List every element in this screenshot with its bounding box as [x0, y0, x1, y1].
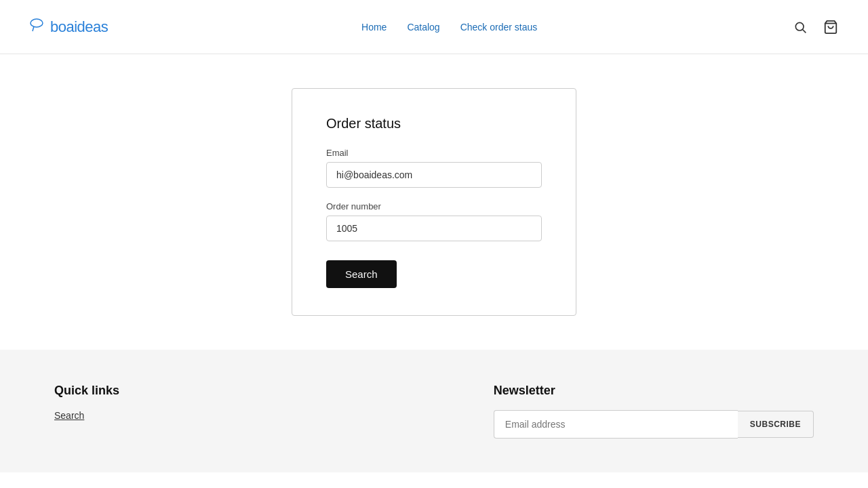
logo-icon	[27, 16, 46, 37]
order-number-label: Order number	[326, 201, 542, 211]
search-button[interactable]: Search	[326, 260, 397, 288]
email-label: Email	[326, 148, 542, 158]
main-content: Order status Email Order number Search	[0, 54, 868, 350]
email-field[interactable]	[326, 162, 542, 188]
main-nav: Home Catalog Check order staus	[361, 22, 537, 33]
nav-home[interactable]: Home	[361, 22, 387, 33]
svg-line-3	[803, 29, 806, 33]
header-icons	[791, 17, 841, 37]
newsletter-heading: Newsletter	[494, 384, 814, 398]
newsletter-form: SUBSCRIBE	[494, 410, 814, 439]
svg-point-0	[31, 19, 43, 27]
newsletter-section: Newsletter SUBSCRIBE	[494, 384, 814, 439]
order-status-card: Order status Email Order number Search	[292, 88, 576, 316]
logo-text: boaideas	[50, 18, 108, 36]
search-icon-button[interactable]	[791, 18, 810, 37]
svg-line-1	[33, 26, 34, 31]
nav-check-order[interactable]: Check order staus	[460, 22, 538, 33]
order-status-title: Order status	[326, 116, 542, 131]
newsletter-email-input[interactable]	[494, 410, 738, 439]
order-number-form-group: Order number	[326, 201, 542, 241]
site-header: boaideas Home Catalog Check order staus	[0, 0, 868, 54]
nav-catalog[interactable]: Catalog	[407, 22, 439, 33]
quick-links-heading: Quick links	[54, 384, 119, 398]
cart-icon-button[interactable]	[821, 17, 841, 37]
email-form-group: Email	[326, 148, 542, 188]
quick-links-section: Quick links Search	[54, 384, 119, 439]
logo[interactable]: boaideas	[27, 16, 108, 37]
subscribe-button[interactable]: SUBSCRIBE	[738, 411, 814, 438]
svg-point-2	[795, 22, 804, 30]
site-footer: Quick links Search Newsletter SUBSCRIBE	[0, 350, 868, 472]
footer-search-link[interactable]: Search	[54, 410, 119, 421]
order-number-field[interactable]	[326, 216, 542, 241]
